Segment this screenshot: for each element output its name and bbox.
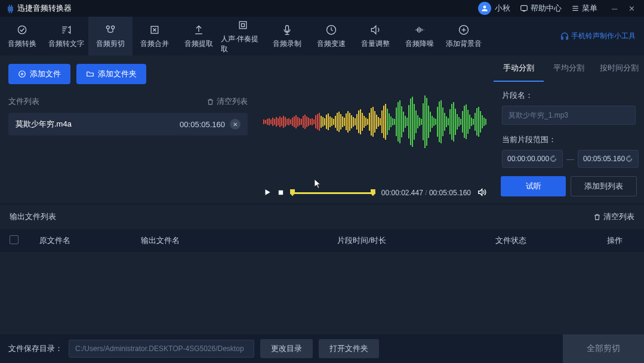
refresh-icon (625, 155, 633, 163)
footer: 文件保存目录： 更改目录 打开文件夹 全部剪切 (0, 334, 644, 363)
app-title: 迅捷音频转换器 (17, 3, 72, 14)
tab-9[interactable]: 音频降噪 (398, 17, 442, 56)
preview-button[interactable]: 试听 (501, 176, 566, 196)
menu-button[interactable]: 菜单 (571, 3, 597, 14)
tab-icon (104, 23, 116, 36)
ringtone-tool-link[interactable]: 手机铃声制作小工具 (560, 31, 636, 41)
plus-circle-icon (18, 70, 26, 78)
add-to-list-button[interactable]: 添加到列表 (571, 176, 637, 196)
range-handle-start[interactable] (290, 189, 295, 196)
split-settings-panel: 手动分割 平均分割 按时间分割 片段名： 当前片段范围： 00:00:00.00… (494, 56, 644, 204)
file-list-panel: 添加文件 添加文件夹 文件列表 清空列表 莫欺少年穷.m4a 00:05:05.… (0, 56, 256, 204)
main-tabbar: 音频转换音频转文字音频剪切音频合并音频提取人声·伴奏提取音频录制音频变速音量调整… (0, 17, 644, 56)
tab-4[interactable]: 音频提取 (177, 17, 221, 56)
col-segment-time: 片段时间/时长 (272, 235, 451, 246)
tab-icon (369, 23, 381, 36)
cut-all-button[interactable]: 全部剪切 (563, 334, 644, 363)
folder-icon (86, 70, 94, 78)
save-path-input[interactable] (69, 340, 254, 358)
open-folder-button[interactable]: 打开文件夹 (319, 339, 379, 358)
change-dir-button[interactable]: 更改目录 (260, 339, 313, 358)
tab-8[interactable]: 音量调整 (353, 17, 398, 56)
tab-icon (325, 23, 337, 36)
waveform-display[interactable] (256, 56, 494, 182)
tab-icon (281, 23, 293, 36)
svg-point-4 (18, 26, 26, 33)
output-section: 输出文件列表 清空列表 原文件名 输出文件名 片段时间/时长 文件状态 操作 (0, 204, 644, 347)
col-output-name: 输出文件名 (141, 235, 272, 246)
trash-icon (593, 213, 601, 221)
username: 小秋 (495, 3, 510, 14)
tab-icon (237, 19, 249, 32)
tab-average-split[interactable]: 平均分割 (544, 56, 594, 82)
tab-icon (193, 23, 205, 36)
segment-name-label: 片段名： (502, 90, 636, 101)
tab-3[interactable]: 音频合并 (133, 17, 177, 56)
svg-point-6 (112, 26, 115, 29)
segment-range-label: 当前片段范围： (502, 134, 636, 145)
col-action: 操作 (571, 235, 634, 246)
tab-icon (60, 23, 72, 36)
trash-icon (207, 98, 214, 106)
file-duration: 00:05:05.160 (180, 120, 225, 129)
volume-button[interactable] (477, 187, 486, 199)
timeline-slider[interactable] (290, 187, 375, 199)
help-center-link[interactable]: 帮助中心 (520, 3, 562, 14)
output-table-header: 原文件名 输出文件名 片段时间/时长 文件状态 操作 (0, 229, 644, 252)
stop-button[interactable] (278, 189, 284, 198)
col-original-name: 原文件名 (39, 235, 141, 246)
svg-point-5 (106, 26, 109, 29)
range-handle-end[interactable] (371, 189, 375, 196)
tab-icon (458, 23, 470, 36)
file-name: 莫欺少年穷.m4a (16, 119, 72, 130)
add-file-button[interactable]: 添加文件 (8, 64, 70, 84)
svg-rect-0 (521, 5, 528, 10)
minimize-button[interactable]: ─ (612, 4, 620, 13)
segment-name-input[interactable] (502, 106, 636, 125)
output-list-header: 输出文件列表 (10, 211, 56, 222)
col-status: 文件状态 (451, 235, 571, 246)
file-item[interactable]: 莫欺少年穷.m4a 00:05:05.160 ✕ (8, 113, 248, 136)
range-end-input[interactable]: 00:05:05.160 (578, 150, 639, 168)
tab-0[interactable]: 音频转换 (0, 17, 44, 56)
select-all-checkbox[interactable] (10, 235, 19, 244)
avatar-icon (478, 2, 491, 15)
menu-icon (571, 4, 580, 13)
tab-icon (414, 23, 426, 36)
tab-icon (149, 23, 161, 36)
waveform-panel: 00:00:02.447 / 00:05:05.160 (256, 56, 494, 204)
tab-5[interactable]: 人声·伴奏提取 (221, 17, 265, 56)
remove-file-button[interactable]: ✕ (230, 119, 241, 130)
tab-6[interactable]: 音频录制 (265, 17, 309, 56)
close-button[interactable]: ✕ (628, 4, 637, 13)
app-logo-icon: ı|ı|ı (7, 4, 13, 13)
tab-icon (16, 23, 28, 36)
add-folder-button[interactable]: 添加文件夹 (76, 64, 146, 84)
play-button[interactable] (263, 188, 272, 198)
output-table-body (0, 252, 644, 347)
help-icon (520, 4, 528, 13)
clear-file-list-button[interactable]: 清空列表 (207, 96, 248, 107)
tab-7[interactable]: 音频变速 (309, 17, 353, 56)
file-list-header: 文件列表 (8, 96, 39, 107)
range-start-input[interactable]: 00:00:00.000 (502, 150, 563, 168)
total-time: 00:05:05.160 (429, 189, 471, 197)
current-time: 00:00:02.447 (381, 189, 423, 197)
refresh-icon (549, 155, 557, 163)
clear-output-list-button[interactable]: 清空列表 (593, 211, 634, 222)
svg-rect-15 (279, 190, 283, 194)
tab-2[interactable]: 音频剪切 (88, 17, 133, 56)
tab-1[interactable]: 音频转文字 (44, 17, 88, 56)
tab-manual-split[interactable]: 手动分割 (494, 56, 544, 82)
user-area[interactable]: 小秋 (478, 2, 510, 15)
svg-rect-8 (239, 21, 246, 29)
tab-10[interactable]: 添加背景音 (442, 17, 486, 56)
titlebar: ı|ı|ı 迅捷音频转换器 小秋 帮助中心 菜单 ─ ✕ (0, 0, 644, 17)
headphone-icon (560, 32, 569, 41)
svg-rect-9 (286, 26, 289, 32)
tab-time-split[interactable]: 按时间分割 (594, 56, 644, 82)
save-dir-label: 文件保存目录： (8, 343, 63, 354)
